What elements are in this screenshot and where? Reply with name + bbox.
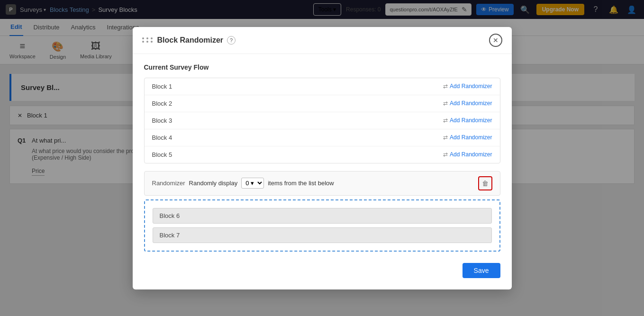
drag-dot bbox=[142, 41, 144, 43]
randomizer-row: Randomizer Randomly display 0 ▾ 1 2 3 4 … bbox=[144, 171, 500, 196]
modal-block-row-5: Block 5 ⇄ Add Randomizer bbox=[145, 146, 500, 163]
modal-overlay: Block Randomizer ? ✕ Current Survey Flow… bbox=[0, 0, 644, 316]
randomly-display-text: Randomly display bbox=[189, 180, 238, 187]
modal-header: Block Randomizer ? ✕ bbox=[133, 27, 512, 54]
add-randomizer-3[interactable]: ⇄ Add Randomizer bbox=[443, 117, 492, 124]
modal-close-button[interactable]: ✕ bbox=[489, 34, 502, 47]
drag-dot bbox=[146, 41, 148, 43]
modal-block-row-1: Block 1 ⇄ Add Randomizer bbox=[145, 78, 500, 95]
modal-block-row-4: Block 4 ⇄ Add Randomizer bbox=[145, 129, 500, 146]
block-5-name: Block 5 bbox=[152, 151, 172, 158]
drag-dot bbox=[146, 37, 148, 39]
modal-block-row-2: Block 2 ⇄ Add Randomizer bbox=[145, 95, 500, 112]
block-1-name: Block 1 bbox=[152, 83, 172, 90]
delete-randomizer-button[interactable]: 🗑 bbox=[478, 176, 492, 190]
randomizer-zone: Block 6 Block 7 bbox=[144, 199, 500, 252]
add-randomizer-4[interactable]: ⇄ Add Randomizer bbox=[443, 134, 492, 141]
modal-header-left: Block Randomizer ? bbox=[142, 36, 236, 45]
block-3-name: Block 3 bbox=[152, 117, 172, 124]
modal-block-row-3: Block 3 ⇄ Add Randomizer bbox=[145, 112, 500, 129]
modal-help-icon[interactable]: ? bbox=[227, 36, 236, 45]
drag-dot bbox=[151, 41, 153, 43]
zone-block-7: Block 7 bbox=[153, 227, 492, 243]
randomizer-icon-3: ⇄ bbox=[443, 117, 448, 124]
modal-title: Block Randomizer bbox=[157, 36, 224, 45]
drag-handle[interactable] bbox=[142, 37, 154, 43]
randomizer-select[interactable]: 0 ▾ 1 2 3 4 5 bbox=[241, 178, 264, 189]
modal-section-title: Current Survey Flow bbox=[144, 63, 500, 71]
zone-block-6: Block 6 bbox=[153, 208, 492, 224]
add-randomizer-2[interactable]: ⇄ Add Randomizer bbox=[443, 100, 492, 107]
drag-dot bbox=[151, 37, 153, 39]
drag-dot bbox=[142, 37, 144, 39]
randomizer-icon-5: ⇄ bbox=[443, 151, 448, 158]
add-randomizer-5[interactable]: ⇄ Add Randomizer bbox=[443, 151, 492, 158]
modal-footer: Save bbox=[144, 259, 500, 278]
block-list: Block 1 ⇄ Add Randomizer Block 2 ⇄ Add R… bbox=[144, 78, 500, 163]
add-randomizer-1[interactable]: ⇄ Add Randomizer bbox=[443, 83, 492, 90]
block-randomizer-modal: Block Randomizer ? ✕ Current Survey Flow… bbox=[133, 27, 512, 289]
randomizer-suffix-text: items from the list below bbox=[268, 180, 334, 187]
randomizer-label: Randomizer bbox=[152, 180, 185, 187]
randomizer-icon-2: ⇄ bbox=[443, 100, 448, 107]
block-2-name: Block 2 bbox=[152, 100, 172, 107]
block-4-name: Block 4 bbox=[152, 134, 172, 141]
randomizer-icon-1: ⇄ bbox=[443, 83, 448, 90]
save-button[interactable]: Save bbox=[463, 263, 500, 278]
trash-icon: 🗑 bbox=[482, 180, 489, 187]
randomizer-icon-4: ⇄ bbox=[443, 134, 448, 141]
modal-body: Current Survey Flow Block 1 ⇄ Add Random… bbox=[133, 54, 512, 289]
